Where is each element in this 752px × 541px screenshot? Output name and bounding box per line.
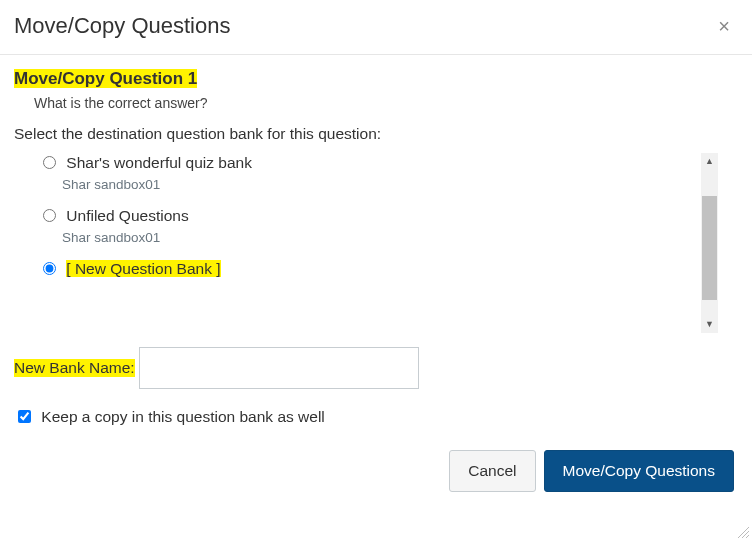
keep-copy-checkbox[interactable] (18, 410, 31, 423)
keep-copy-label: Keep a copy in this question bank as wel… (41, 408, 324, 425)
bank-label: Shar's wonderful quiz bank (66, 154, 252, 171)
bank-option[interactable]: Shar's wonderful quiz bank Shar sandbox0… (38, 153, 698, 192)
destination-label: Select the destination question bank for… (14, 125, 734, 143)
submit-button[interactable]: Move/Copy Questions (544, 450, 735, 492)
bank-option[interactable]: Unfiled Questions Shar sandbox01 (38, 206, 698, 245)
bank-sublabel: Shar sandbox01 (62, 177, 698, 192)
bank-sublabel: Shar sandbox01 (62, 230, 698, 245)
resize-handle-icon[interactable] (736, 525, 750, 539)
scroll-down-arrow-icon[interactable]: ▼ (701, 316, 718, 333)
new-bank-label: New Bank Name: (14, 359, 135, 377)
scroll-thumb[interactable] (702, 196, 717, 300)
new-bank-row: New Bank Name: (14, 347, 734, 389)
keep-copy-row[interactable]: Keep a copy in this question bank as wel… (14, 407, 734, 426)
bank-radio[interactable] (43, 262, 56, 275)
svg-line-1 (742, 531, 749, 538)
bank-list[interactable]: Shar's wonderful quiz bank Shar sandbox0… (38, 153, 718, 333)
bank-option[interactable]: [ New Question Bank ] (38, 259, 698, 278)
bank-radio[interactable] (43, 209, 56, 222)
question-preview-text: What is the correct answer? (34, 95, 734, 111)
scroll-track[interactable] (701, 170, 718, 316)
section-heading: Move/Copy Question 1 (14, 69, 197, 88)
modal-footer: Cancel Move/Copy Questions (0, 450, 752, 506)
modal-header: Move/Copy Questions × (0, 0, 752, 55)
section-heading-wrap: Move/Copy Question 1 (14, 69, 734, 89)
scroll-up-arrow-icon[interactable]: ▲ (701, 153, 718, 170)
modal-body: Move/Copy Question 1 What is the correct… (0, 55, 752, 426)
bank-label: Unfiled Questions (66, 207, 188, 224)
svg-line-2 (746, 535, 749, 538)
modal-title: Move/Copy Questions (14, 13, 230, 39)
bank-list-container: Shar's wonderful quiz bank Shar sandbox0… (38, 153, 718, 333)
scrollbar[interactable]: ▲ ▼ (701, 153, 718, 333)
close-icon[interactable]: × (714, 12, 734, 40)
new-bank-input[interactable] (139, 347, 419, 389)
bank-label: [ New Question Bank ] (66, 260, 220, 277)
bank-radio[interactable] (43, 156, 56, 169)
cancel-button[interactable]: Cancel (449, 450, 535, 492)
move-copy-modal: Move/Copy Questions × Move/Copy Question… (0, 0, 752, 541)
